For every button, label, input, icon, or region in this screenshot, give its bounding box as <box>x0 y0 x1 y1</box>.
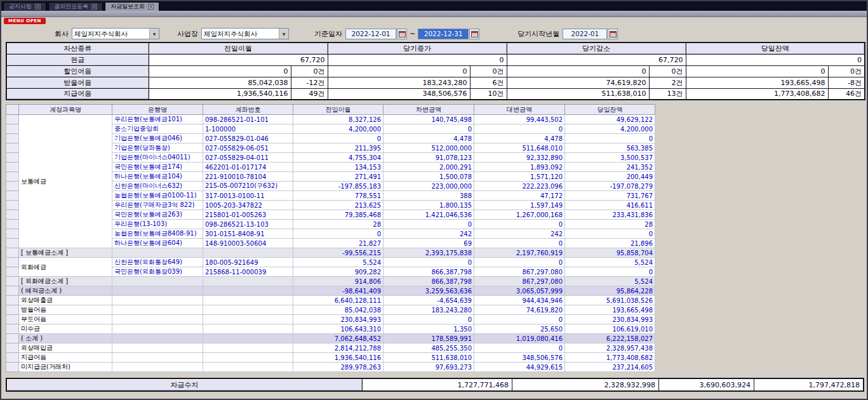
amount-cell[interactable]: 28 <box>565 220 655 229</box>
amount-cell[interactable]: 74,619,820 <box>474 305 565 315</box>
amount-cell[interactable]: 867,297,080 <box>474 267 565 277</box>
amount-cell[interactable]: 140,745,498 <box>384 115 474 124</box>
account-number-cell[interactable] <box>203 324 293 334</box>
amount-cell[interactable]: 0 <box>474 343 565 353</box>
amount-cell[interactable]: 6,222,158,027 <box>565 334 655 343</box>
amount-cell[interactable]: 485,255,350 <box>384 343 474 353</box>
site-select[interactable]: 제일저지주식회사 ▼ <box>201 28 289 39</box>
menu-open-button[interactable]: MENU OPEN <box>4 18 46 24</box>
account-number-cell[interactable]: 462201-01-017174 <box>203 163 293 172</box>
amount-cell[interactable]: 0 <box>474 315 565 324</box>
account-number-cell[interactable]: 027-055829-04-011 <box>203 153 293 163</box>
amount-cell[interactable]: 289,978,263 <box>293 363 384 372</box>
amount-cell[interactable]: -98,641,409 <box>293 286 384 296</box>
amount-cell[interactable]: 1,571,120 <box>474 172 565 182</box>
row-selector[interactable] <box>6 153 19 163</box>
amount-cell[interactable]: 178,589,991 <box>384 334 474 343</box>
row-selector[interactable] <box>6 134 19 143</box>
account-number-cell[interactable]: 027-055829-01-046 <box>203 134 293 143</box>
bank-name-cell[interactable]: 기업은행(당좌통장) <box>112 143 203 153</box>
amount-cell[interactable]: 388 <box>384 191 474 201</box>
amount-cell[interactable]: 230,834,993 <box>293 315 384 324</box>
amount-cell[interactable]: 2,328,957,438 <box>565 343 655 353</box>
account-name-cell[interactable]: ( 예적금소계 ) <box>19 286 112 296</box>
amount-cell[interactable]: 1,267,000,168 <box>474 210 565 220</box>
account-number-cell[interactable]: 215-05-007210(구632) <box>203 182 293 191</box>
amount-cell[interactable]: 99,443,502 <box>474 115 565 124</box>
bank-name-cell[interactable]: 농협은행(보통예금0100-11) <box>112 191 203 201</box>
amount-cell[interactable]: 8,327,126 <box>293 115 384 124</box>
row-selector[interactable] <box>6 124 19 134</box>
amount-cell[interactable]: 3,065,057,999 <box>474 286 565 296</box>
amount-cell[interactable]: 200,449 <box>565 172 655 182</box>
bank-name-cell[interactable] <box>112 334 203 343</box>
detail-row[interactable]: 외상매출금6,640,128,111-4,654,639944,434,9465… <box>6 296 655 305</box>
amount-cell[interactable]: 193,665,498 <box>565 305 655 315</box>
amount-cell[interactable]: 2,000,291 <box>384 163 474 172</box>
amount-cell[interactable]: 2,197,760,919 <box>474 248 565 258</box>
calendar-icon[interactable] <box>469 29 479 39</box>
amount-cell[interactable]: 866,387,798 <box>384 277 474 286</box>
amount-cell[interactable]: 1,350 <box>384 324 474 334</box>
amount-cell[interactable]: 222,223,096 <box>474 182 565 191</box>
amount-cell[interactable]: 242 <box>384 229 474 239</box>
account-number-cell[interactable]: 221-910010-78104 <box>203 172 293 182</box>
amount-cell[interactable]: 223,000,000 <box>384 182 474 191</box>
detail-row[interactable]: ( 예적금소계 )-98,641,4093,259,563,6363,065,0… <box>6 286 655 296</box>
account-name-cell[interactable]: 외상매출금 <box>19 296 112 305</box>
amount-cell[interactable]: 230,834,993 <box>565 315 655 324</box>
row-selector[interactable] <box>6 143 19 153</box>
bank-name-cell[interactable]: 국민은행(보통예금263) <box>112 210 203 220</box>
period-start-input[interactable]: 2022-01 <box>563 29 607 39</box>
amount-cell[interactable]: 271,491 <box>293 172 384 182</box>
amount-cell[interactable]: 2,814,212,788 <box>293 343 384 353</box>
amount-cell[interactable]: 6,640,128,111 <box>293 296 384 305</box>
account-name-cell[interactable]: [ 보통예금소계 ] <box>19 248 112 258</box>
amount-cell[interactable]: 4,200,000 <box>293 124 384 134</box>
row-selector[interactable] <box>6 343 19 353</box>
row-selector[interactable] <box>6 220 19 229</box>
bank-name-cell[interactable] <box>112 363 203 372</box>
account-number-cell[interactable]: 301-0151-8408-91 <box>203 229 293 239</box>
row-selector[interactable] <box>6 324 19 334</box>
base-date-to-input[interactable]: 2022-12-31 <box>418 29 469 39</box>
amount-cell[interactable]: 21,896 <box>565 239 655 248</box>
amount-cell[interactable]: 511,638,010 <box>384 353 474 363</box>
amount-cell[interactable]: 778,551 <box>293 191 384 201</box>
row-selector[interactable] <box>6 296 19 305</box>
row-selector[interactable] <box>6 191 19 201</box>
account-number-cell[interactable] <box>203 248 293 258</box>
amount-cell[interactable]: 1,500,078 <box>384 172 474 182</box>
account-number-cell[interactable]: 098-286521-13-103 <box>203 220 293 229</box>
amount-cell[interactable]: -197,078,279 <box>565 182 655 191</box>
detail-row[interactable]: ( 소계 )7,062,648,452178,589,9911,019,080,… <box>6 334 655 343</box>
amount-cell[interactable]: 237,214,605 <box>565 363 655 372</box>
account-name-cell[interactable]: 외화예금 <box>19 258 112 277</box>
account-number-cell[interactable]: 215868-11-000039 <box>203 267 293 277</box>
tab-close-icon[interactable]: × <box>35 4 41 10</box>
amount-cell[interactable]: 4,200,000 <box>565 124 655 134</box>
calendar-icon[interactable] <box>397 29 407 39</box>
bank-name-cell[interactable]: 신한은행(마이너스632) <box>112 182 203 191</box>
detail-row[interactable]: 외상매입금2,814,212,788485,255,35002,328,957,… <box>6 343 655 353</box>
amount-cell[interactable]: 0 <box>474 220 565 229</box>
account-name-cell[interactable]: 받을어음 <box>19 305 112 315</box>
amount-cell[interactable]: 183,243,280 <box>384 305 474 315</box>
bank-name-cell[interactable] <box>112 353 203 363</box>
amount-cell[interactable]: 1,773,408,682 <box>565 353 655 363</box>
bank-name-cell[interactable]: 우리은행(보통예금101) <box>112 115 203 124</box>
calendar-icon[interactable] <box>608 29 618 39</box>
amount-cell[interactable]: 0 <box>384 124 474 134</box>
amount-cell[interactable]: 3,259,563,636 <box>384 286 474 296</box>
amount-cell[interactable]: 97,693,273 <box>384 363 474 372</box>
row-selector[interactable] <box>6 182 19 191</box>
amount-cell[interactable]: 563,385 <box>565 143 655 153</box>
account-number-cell[interactable]: 027-055829-06-051 <box>203 143 293 153</box>
bank-name-cell[interactable] <box>112 315 203 324</box>
account-name-cell[interactable]: 보통예금 <box>19 115 112 248</box>
bank-name-cell[interactable]: 신한은행(외화통장649) <box>112 258 203 267</box>
amount-cell[interactable]: 944,434,946 <box>474 296 565 305</box>
tab-close-icon[interactable]: × <box>91 4 97 10</box>
account-number-cell[interactable] <box>203 363 293 372</box>
amount-cell[interactable]: 241,352 <box>565 163 655 172</box>
